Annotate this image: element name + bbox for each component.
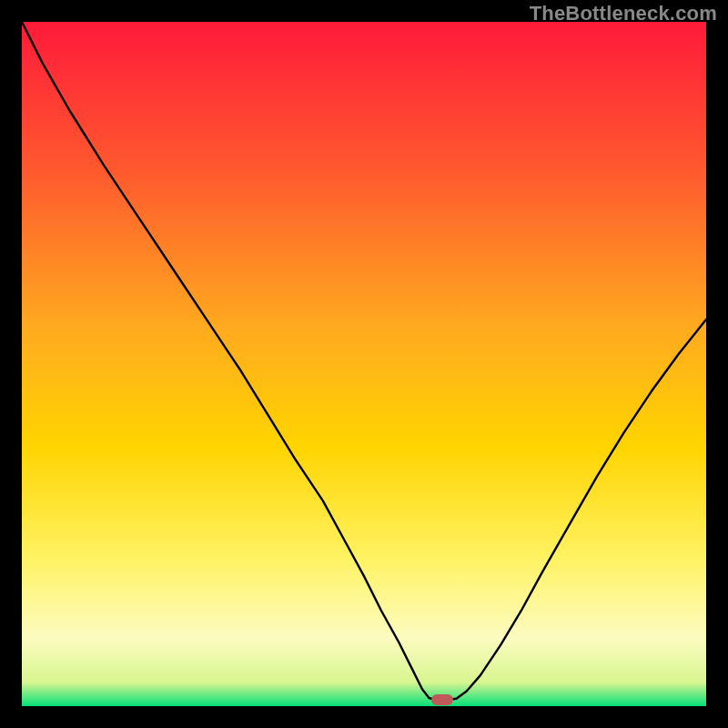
gradient-background: [22, 22, 706, 706]
plot-area: [22, 22, 706, 706]
chart-svg: [22, 22, 706, 706]
optimum-marker: [431, 694, 453, 705]
chart-frame: TheBottleneck.com: [0, 0, 728, 728]
